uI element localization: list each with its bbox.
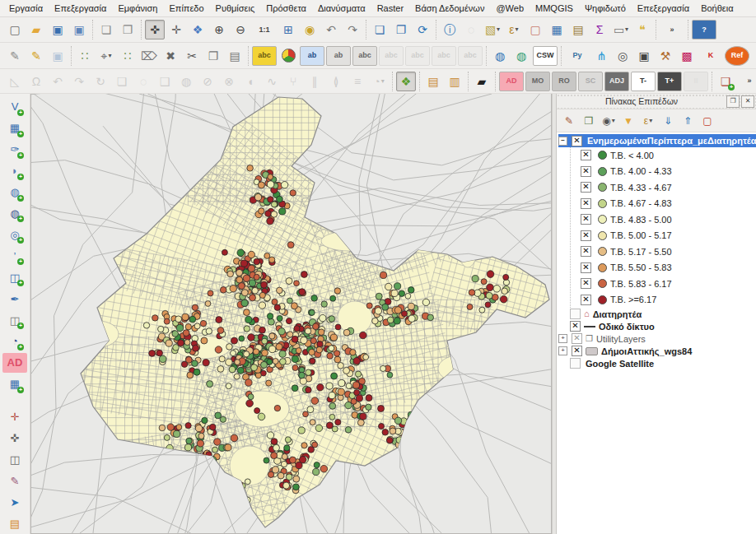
statistical-summary-button[interactable]: Σ bbox=[590, 20, 609, 39]
save-project-as-button[interactable]: ▣ bbox=[69, 20, 89, 39]
layer-row-selected[interactable]: −✕ΕνημερωμέναΠερίπτερα_μεΔιατηρητέα bbox=[558, 134, 756, 147]
layer-checkbox[interactable]: ✕ bbox=[581, 150, 591, 160]
cut-features-button[interactable]: ✂ bbox=[182, 46, 202, 66]
menu-3[interactable]: Εμφάνιση bbox=[112, 2, 163, 15]
crosshair-tool-button[interactable]: ✛ bbox=[5, 407, 25, 427]
plugin-builder-button[interactable]: ❖ bbox=[396, 72, 416, 91]
help-button[interactable]: ? bbox=[692, 20, 716, 39]
merge-attributes-button[interactable]: ≡ bbox=[348, 72, 367, 91]
legend-class-row[interactable]: ✕Τ.Β. 4.33 - 4.67 bbox=[571, 179, 756, 196]
label-rotate-button[interactable]: abc bbox=[405, 46, 430, 66]
node-tool-button[interactable]: ⌖▾ bbox=[96, 46, 116, 66]
paste-features-button[interactable]: ▤ bbox=[225, 46, 245, 66]
legend-class-row[interactable]: ✕Τ.Β. 5.50 - 5.83 bbox=[571, 260, 756, 276]
label-move-button[interactable]: abc bbox=[379, 46, 404, 66]
label-change-button[interactable]: abc bbox=[432, 46, 456, 66]
add-mssql-button[interactable]: ◍+ bbox=[5, 204, 25, 224]
deselect-all-button[interactable]: ▢ bbox=[525, 20, 545, 39]
undo-button[interactable]: ↶ bbox=[48, 72, 68, 91]
layer-checkbox[interactable]: ✕ bbox=[572, 333, 582, 344]
layer-checkbox[interactable]: ✕ bbox=[581, 295, 591, 305]
ii-button[interactable]: II bbox=[684, 72, 708, 91]
gps-device-button[interactable]: ◫ bbox=[5, 449, 25, 469]
open-project-button[interactable]: ▰ bbox=[26, 20, 46, 39]
delete-part2-button[interactable]: ⊗ bbox=[219, 72, 239, 91]
layer-checkbox[interactable]: ✕ bbox=[581, 262, 591, 273]
export-plugin-button[interactable]: ❏+ bbox=[716, 72, 735, 91]
merge-features-button[interactable]: ≬ bbox=[326, 72, 346, 91]
select-features-button[interactable]: ▧▾ bbox=[483, 20, 502, 39]
gps-tools-button[interactable]: ◫+ bbox=[5, 310, 25, 330]
collapse-expander[interactable]: − bbox=[558, 137, 567, 146]
menu-8[interactable]: Raster bbox=[371, 2, 409, 15]
layer-checkbox[interactable]: ✕ bbox=[572, 346, 582, 356]
zoom-last-button[interactable]: ↶ bbox=[321, 20, 341, 39]
new-shapefile-button[interactable]: ✒ bbox=[5, 289, 25, 309]
panel-close-button[interactable]: ✕ bbox=[741, 95, 754, 108]
collapse-all-button[interactable]: ⇑ bbox=[679, 112, 697, 130]
menu-2[interactable]: Επεξεργασία bbox=[49, 2, 112, 15]
panel-float-button[interactable]: ❐ bbox=[726, 95, 740, 108]
legend-class-row[interactable]: ✕Τ.Β. < 4.00 bbox=[571, 147, 756, 164]
kadas-plugin-button[interactable]: K bbox=[698, 46, 723, 66]
menu-12[interactable]: Ψηφιδωτό bbox=[579, 2, 632, 15]
menu-1[interactable]: Εργασία bbox=[3, 2, 49, 15]
menu-4[interactable]: Επίπεδο bbox=[163, 2, 209, 15]
delete-part-button[interactable]: ⌦ bbox=[139, 46, 159, 66]
add-wcs-button[interactable]: ◫+ bbox=[5, 267, 25, 287]
osm-upload-button[interactable]: ▥ bbox=[445, 72, 464, 91]
t-minus-button[interactable]: T- bbox=[631, 72, 656, 91]
layer-checkbox[interactable] bbox=[570, 358, 581, 369]
label-show-hide-button[interactable]: abc bbox=[352, 46, 377, 66]
tools-plugin-button[interactable]: ⚒ bbox=[656, 46, 675, 66]
pan-to-selection-button[interactable]: ❖ bbox=[188, 20, 208, 39]
layer-checkbox[interactable]: ✕ bbox=[570, 321, 581, 332]
current-edits-button[interactable]: ✎ bbox=[5, 46, 25, 66]
layer-row[interactable]: ✕Οδικό δίκτυο bbox=[558, 320, 756, 332]
pan-map-button[interactable]: ✛ bbox=[166, 20, 186, 39]
show-bookmarks-button[interactable]: ❐ bbox=[391, 20, 411, 39]
identify-features-button[interactable]: ⓘ bbox=[440, 20, 460, 39]
add-raster-layer-button[interactable]: ▦+ bbox=[5, 118, 25, 138]
new-composer-button[interactable]: ❏ bbox=[96, 20, 116, 39]
menu-11[interactable]: MMQGIS bbox=[530, 2, 579, 15]
csw-button[interactable]: CSW bbox=[533, 46, 558, 66]
snapping-button[interactable]: Ω bbox=[26, 72, 46, 91]
layer-row[interactable]: Google Satellite bbox=[558, 357, 756, 369]
map-canvas[interactable] bbox=[30, 94, 552, 534]
layer-checkbox[interactable]: ✕ bbox=[581, 214, 591, 225]
map-composer-button[interactable]: ▤ bbox=[5, 513, 25, 533]
toggle-editing-button[interactable]: ✎ bbox=[26, 46, 46, 66]
labeling-button[interactable]: abc bbox=[252, 46, 277, 66]
open-attribute-table-button[interactable]: ▦ bbox=[547, 20, 567, 39]
toolbar-overflow-1[interactable]: » bbox=[660, 20, 684, 39]
layer-checkbox[interactable]: ✕ bbox=[581, 166, 591, 177]
color-grid-plugin-button[interactable]: ▩ bbox=[677, 46, 697, 66]
manage-visibility-button[interactable]: ◉▾ bbox=[600, 112, 618, 130]
measure-button[interactable]: ▭▾ bbox=[611, 20, 631, 39]
move-feature-button[interactable]: ∷ bbox=[118, 46, 138, 66]
add-grid-button[interactable]: ▦+ bbox=[5, 374, 25, 394]
sc-button[interactable]: SC bbox=[578, 72, 603, 91]
label-properties-button[interactable]: abc bbox=[458, 46, 483, 66]
touch-zoom-tool-button[interactable]: ✜ bbox=[145, 20, 165, 39]
expand-expander[interactable]: + bbox=[558, 334, 567, 343]
zoom-next-button[interactable]: ↷ bbox=[343, 20, 362, 39]
legend-class-row[interactable]: ✕Τ.Β. 5.17 - 5.50 bbox=[571, 244, 756, 260]
web-service-button[interactable]: ◍ bbox=[511, 46, 531, 66]
add-ring-button[interactable]: ◌ bbox=[133, 72, 153, 91]
delete-selected-button[interactable]: ✖ bbox=[161, 46, 180, 66]
layer-checkbox[interactable] bbox=[570, 309, 581, 319]
layer-row[interactable]: ⌂Διατηρητέα bbox=[558, 308, 756, 320]
pepper-plugin-button[interactable]: ✾ bbox=[751, 46, 756, 66]
vector-split-plugin-button[interactable]: ⋔ bbox=[591, 46, 611, 66]
osm-download-button[interactable]: ▤ bbox=[423, 72, 443, 91]
zoom-native-button[interactable]: 1:1 bbox=[252, 20, 277, 39]
save-layer-edits-button[interactable]: ▣ bbox=[48, 46, 68, 66]
adj-button[interactable]: ADJ bbox=[604, 72, 629, 91]
add-delimited-text-button[interactable]: ✑+ bbox=[5, 140, 25, 160]
legend-class-row[interactable]: ✕Τ.Β. 5.83 - 6.17 bbox=[571, 276, 756, 292]
legend-class-row[interactable]: ✕Τ.Β. 4.67 - 4.83 bbox=[571, 196, 756, 212]
t-plus-button[interactable]: T+ bbox=[657, 72, 682, 91]
layer-checkbox[interactable]: ✕ bbox=[581, 230, 591, 241]
